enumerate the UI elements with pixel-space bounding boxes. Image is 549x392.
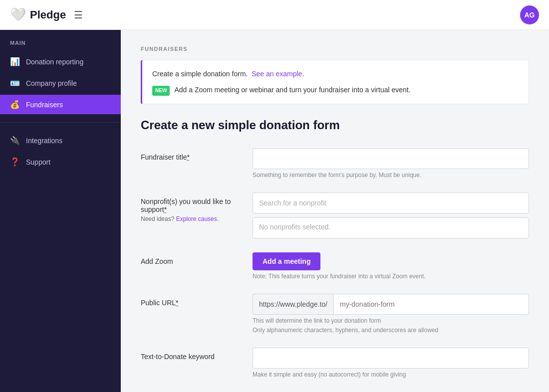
sidebar-item-label: Integrations — [26, 137, 62, 145]
logo-icon: 🤍 — [10, 7, 26, 22]
app-logo: 🤍 Pledge — [10, 7, 66, 22]
add-meeting-button[interactable]: Add a meeting — [253, 252, 320, 270]
fundraiser-title-control: Something to remember the form's purpose… — [253, 148, 529, 179]
sidebar-item-integrations[interactable]: 🔌 Integrations — [0, 131, 121, 150]
fundraiser-title-hint: Something to remember the form's purpose… — [253, 172, 529, 179]
public-url-row: Public URL* https://www.pledge.to/ This … — [141, 294, 529, 334]
nonprofits-row: Nonprofit(s) you would like to support* … — [141, 193, 529, 238]
new-feature-text: Add a Zoom meeting or webinar and turn y… — [174, 86, 410, 94]
text-to-donate-input[interactable] — [253, 348, 529, 369]
text-to-donate-row: Text-to-Donate keyword Make it simple an… — [141, 348, 529, 378]
banner-text-before-link: Create a simple donation form. — [152, 70, 248, 78]
url-slug-input[interactable] — [333, 294, 529, 315]
zoom-label-col: Add Zoom — [141, 252, 241, 265]
fundraiser-title-label: Fundraiser title* — [141, 153, 241, 161]
required-marker: * — [187, 153, 190, 161]
sidebar-item-donation-reporting[interactable]: 📊 Donation reporting — [0, 52, 121, 71]
banner-new-feature: NEW Add a Zoom meeting or webinar and tu… — [152, 84, 519, 95]
info-banner: Create a simple donation form. See an ex… — [141, 60, 529, 104]
new-badge: NEW — [152, 86, 170, 96]
sidebar-item-label: Company profile — [26, 79, 77, 87]
topnav-left: 🤍 Pledge ☰ — [10, 7, 83, 22]
nonprofit-placeholder: No nonprofits selected. — [253, 217, 529, 238]
chart-icon: 📊 — [10, 57, 20, 66]
page-section-label: FUNDRAISERS — [141, 46, 529, 52]
banner-example-link[interactable]: See an example. — [252, 70, 304, 78]
url-prefix: https://www.pledge.to/ — [253, 294, 333, 315]
fundraiser-title-label-col: Fundraiser title* — [141, 148, 241, 161]
fundraiser-title-input[interactable] — [253, 148, 529, 169]
plug-icon: 🔌 — [10, 136, 20, 145]
top-navigation: 🤍 Pledge ☰ AG — [0, 0, 549, 30]
nonprofits-label-col: Nonprofit(s) you would like to support* … — [141, 193, 241, 222]
text-to-donate-control: Make it simple and easy (no autocorrect)… — [253, 348, 529, 378]
zoom-control: Add a meeting Note: This feature turns y… — [253, 252, 529, 280]
public-url-required-marker: * — [176, 299, 178, 307]
main-content: FUNDRAISERS Create a simple donation for… — [121, 30, 549, 392]
public-url-hint-1: This will determine the link to your don… — [253, 317, 529, 324]
hamburger-menu[interactable]: ☰ — [74, 9, 83, 21]
text-to-donate-hint: Make it simple and easy (no autocorrect)… — [253, 371, 529, 378]
text-to-donate-label: Text-to-Donate keyword — [141, 353, 241, 361]
sidebar-item-company-profile[interactable]: 🪪 Company profile — [0, 73, 121, 93]
sidebar-section-label: Main — [0, 40, 121, 50]
banner-text: Create a simple donation form. See an ex… — [152, 68, 519, 79]
app-name: Pledge — [30, 8, 66, 21]
user-avatar[interactable]: AG — [520, 5, 539, 24]
public-url-control: https://www.pledge.to/ This will determi… — [253, 294, 529, 334]
question-icon: ❓ — [10, 157, 20, 167]
app-layout: Main 📊 Donation reporting 🪪 Company prof… — [0, 30, 549, 392]
nonprofits-required-marker: * — [164, 205, 167, 213]
text-to-donate-label-col: Text-to-Donate keyword — [141, 348, 241, 361]
explore-causes-link[interactable]: Explore causes. — [176, 215, 219, 222]
nonprofits-control: No nonprofits selected. — [253, 193, 529, 238]
public-url-label: Public URL* — [141, 299, 241, 307]
public-url-label-col: Public URL* — [141, 294, 241, 307]
sidebar-item-support[interactable]: ❓ Support — [0, 152, 121, 172]
sidebar-divider — [0, 122, 121, 123]
sidebar: Main 📊 Donation reporting 🪪 Company prof… — [0, 30, 121, 392]
id-card-icon: 🪪 — [10, 78, 20, 88]
public-url-hint-2: Only alphanumeric characters, hyphens, a… — [253, 327, 529, 334]
nonprofits-label: Nonprofit(s) you would like to support* — [141, 197, 241, 213]
sidebar-item-label: Support — [26, 158, 50, 166]
zoom-label: Add Zoom — [141, 257, 241, 265]
nonprofits-note: Need ideas? Explore causes. — [141, 215, 241, 222]
url-input-group: https://www.pledge.to/ — [253, 294, 529, 315]
zoom-row: Add Zoom Add a meeting Note: This featur… — [141, 252, 529, 280]
fundraiser-title-row: Fundraiser title* Something to remember … — [141, 148, 529, 179]
sidebar-item-label: Donation reporting — [26, 58, 83, 66]
sidebar-item-label: Fundraisers — [26, 101, 63, 109]
nonprofit-search-input[interactable] — [253, 193, 529, 213]
sidebar-item-fundraisers[interactable]: 💰 Fundraisers — [0, 95, 121, 114]
zoom-hint: Note: This feature turns your fundraiser… — [253, 273, 529, 280]
money-icon: 💰 — [10, 100, 20, 109]
form-title: Create a new simple donation form — [141, 118, 529, 132]
